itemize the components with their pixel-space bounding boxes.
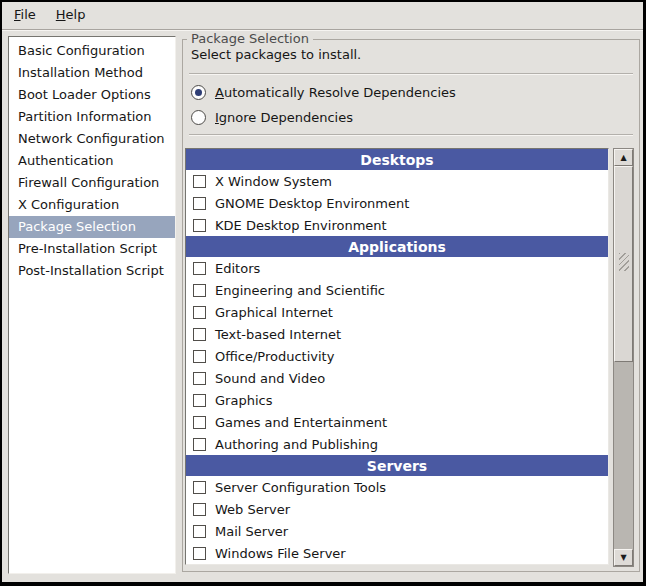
checkbox-unchecked-icon[interactable]	[193, 438, 206, 451]
checkbox-unchecked-icon[interactable]	[193, 416, 206, 429]
menu-file[interactable]: File	[4, 2, 46, 29]
category-header-label: Servers	[367, 458, 427, 474]
arrow-up-icon: ▲	[620, 153, 626, 162]
sidebar-item-x-configuration[interactable]: X Configuration	[9, 194, 175, 216]
category-header-applications: Applications	[186, 236, 608, 257]
package-selection-frame: Package Selection Select packages to ins…	[182, 39, 640, 572]
menu-help-label: elp	[66, 7, 86, 22]
scrollbar-thumb[interactable]	[614, 166, 633, 362]
intro-text: Select packages to install.	[191, 47, 361, 62]
package-group-row-partial[interactable]	[186, 564, 608, 565]
package-group-label: Mail Server	[215, 524, 288, 539]
scroll-up-button[interactable]: ▲	[614, 149, 633, 166]
package-group-label: Games and Entertainment	[215, 415, 387, 430]
package-group-label: Graphical Internet	[215, 305, 333, 320]
radio-ignore-dependencies[interactable]: Ignore Dependencies	[191, 108, 353, 126]
vertical-scrollbar[interactable]: ▲ ▼	[613, 148, 634, 567]
sidebar-item-installation-method[interactable]: Installation Method	[9, 62, 175, 84]
checkbox-unchecked-icon[interactable]	[193, 394, 206, 407]
checkbox-unchecked-icon[interactable]	[193, 547, 206, 560]
radio-accel: A	[215, 85, 224, 100]
scroll-down-button[interactable]: ▼	[614, 549, 633, 566]
package-group-row[interactable]: Windows File Server	[186, 542, 608, 564]
sidebar-item-network-configuration[interactable]: Network Configuration	[9, 128, 175, 150]
radio-rest: gnore Dependencies	[219, 110, 353, 125]
package-group-label: Engineering and Scientific	[215, 283, 385, 298]
package-group-row[interactable]: Graphics	[186, 389, 608, 411]
sidebar-item-package-selection[interactable]: Package Selection	[9, 216, 175, 238]
package-group-label: KDE Desktop Environment	[215, 218, 387, 233]
package-group-label: Graphics	[215, 393, 272, 408]
package-group-row[interactable]: Office/Productivity	[186, 345, 608, 367]
package-group-label: GNOME Desktop Environment	[215, 196, 409, 211]
package-group-row[interactable]: Engineering and Scientific	[186, 279, 608, 301]
checkbox-unchecked-icon[interactable]	[193, 219, 206, 232]
package-group-row[interactable]: Editors	[186, 257, 608, 279]
sidebar-item-pre-installation-script[interactable]: Pre-Installation Script	[9, 238, 175, 260]
package-group-label: Authoring and Publishing	[215, 437, 378, 452]
checkbox-unchecked-icon[interactable]	[193, 175, 206, 188]
checkbox-unchecked-icon[interactable]	[193, 350, 206, 363]
radio-auto-resolve-dependencies[interactable]: Automatically Resolve Dependencies	[191, 83, 456, 101]
arrow-down-icon: ▼	[620, 553, 626, 562]
package-group-label: Text-based Internet	[215, 327, 341, 342]
checkbox-unchecked-icon[interactable]	[193, 262, 206, 275]
checkbox-unchecked-icon[interactable]	[193, 481, 206, 494]
checkbox-unchecked-icon[interactable]	[193, 525, 206, 538]
package-group-row[interactable]: Games and Entertainment	[186, 411, 608, 433]
package-group-label: Windows File Server	[215, 546, 346, 561]
package-group-row[interactable]: Mail Server	[186, 520, 608, 542]
category-header-servers: Servers	[186, 455, 608, 476]
sidebar-item-basic-configuration[interactable]: Basic Configuration	[9, 40, 175, 62]
category-header-label: Desktops	[360, 152, 433, 168]
package-group-row[interactable]: Graphical Internet	[186, 301, 608, 323]
checkbox-unchecked-icon[interactable]	[193, 372, 206, 385]
radio-unselected-icon[interactable]	[191, 110, 206, 125]
sidebar-item-boot-loader-options[interactable]: Boot Loader Options	[9, 84, 175, 106]
package-groups-list: Desktops X Window System GNOME Desktop E…	[185, 148, 609, 565]
menu-help-accel: H	[56, 7, 66, 22]
radio-rest: utomatically Resolve Dependencies	[224, 85, 456, 100]
sidebar-item-authentication[interactable]: Authentication	[9, 150, 175, 172]
package-group-label: Office/Productivity	[215, 349, 334, 364]
menu-help[interactable]: Help	[46, 2, 96, 29]
kickstart-configurator-window: File Help Basic Configuration Installati…	[0, 0, 646, 586]
package-group-row[interactable]: Text-based Internet	[186, 323, 608, 345]
package-group-row[interactable]: KDE Desktop Environment	[186, 214, 608, 236]
sidebar-item-partition-information[interactable]: Partition Information	[9, 106, 175, 128]
checkbox-unchecked-icon[interactable]	[193, 503, 206, 516]
package-group-label: Editors	[215, 261, 260, 276]
package-group-label: Server Configuration Tools	[215, 480, 386, 495]
sidebar-nav: Basic Configuration Installation Method …	[8, 36, 176, 574]
package-group-row[interactable]: GNOME Desktop Environment	[186, 192, 608, 214]
frame-title: Package Selection	[187, 31, 313, 46]
radio-auto-resolve-label: Automatically Resolve Dependencies	[215, 85, 456, 100]
radio-ignore-label: Ignore Dependencies	[215, 110, 353, 125]
separator	[189, 134, 633, 136]
radio-selected-icon[interactable]	[191, 85, 206, 100]
category-header-desktops: Desktops	[186, 149, 608, 170]
menu-file-label: ile	[21, 7, 36, 22]
package-group-label: X Window System	[215, 174, 332, 189]
package-group-row[interactable]: Web Server	[186, 498, 608, 520]
separator	[189, 73, 633, 75]
package-group-label: Web Server	[215, 502, 290, 517]
category-header-label: Applications	[348, 239, 446, 255]
checkbox-unchecked-icon[interactable]	[193, 197, 206, 210]
checkbox-unchecked-icon[interactable]	[193, 328, 206, 341]
package-group-row[interactable]: Server Configuration Tools	[186, 476, 608, 498]
checkbox-unchecked-icon[interactable]	[193, 306, 206, 319]
sidebar-item-post-installation-script[interactable]: Post-Installation Script	[9, 260, 175, 282]
package-group-row[interactable]: X Window System	[186, 170, 608, 192]
package-group-row[interactable]: Sound and Video	[186, 367, 608, 389]
sidebar-item-firewall-configuration[interactable]: Firewall Configuration	[9, 172, 175, 194]
checkbox-unchecked-icon[interactable]	[193, 284, 206, 297]
package-groups-listbox: Desktops X Window System GNOME Desktop E…	[185, 148, 637, 567]
menubar: File Help	[2, 2, 643, 30]
package-group-label: Sound and Video	[215, 371, 325, 386]
package-group-row[interactable]: Authoring and Publishing	[186, 433, 608, 455]
